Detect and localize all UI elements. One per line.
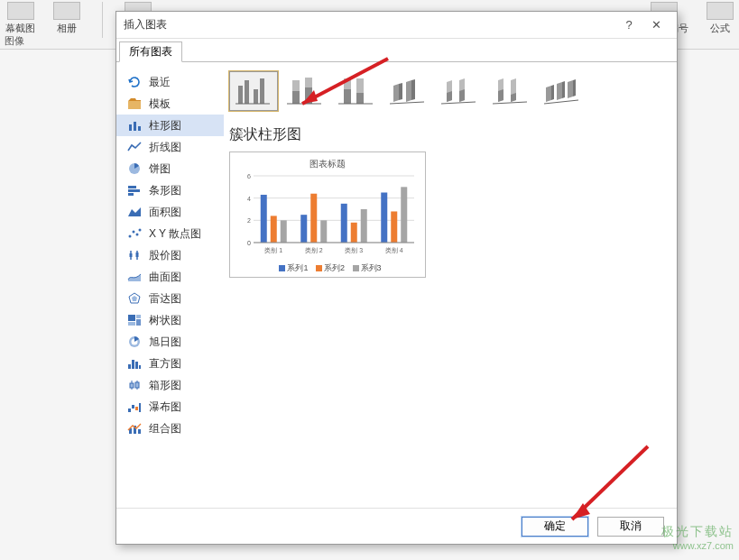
category-stock[interactable]: 股价图 <box>116 244 224 266</box>
category-label: 直方图 <box>149 356 181 372</box>
svg-text:4: 4 <box>247 196 251 202</box>
insert-chart-dialog: 插入图表 ? ✕ 所有图表 最近模板柱形图折线图饼图条形图面积图X Y 散点图股… <box>115 11 678 545</box>
svg-rect-34 <box>139 403 141 412</box>
subtype-3d-100-stacked-column[interactable] <box>486 71 535 111</box>
svg-rect-26 <box>139 365 141 369</box>
subtype-3d-clustered-column[interactable] <box>383 71 432 111</box>
category-column[interactable]: 柱形图 <box>116 115 224 136</box>
line-icon <box>127 141 142 153</box>
svg-rect-83 <box>261 195 267 243</box>
category-label: 瀑布图 <box>149 399 181 415</box>
category-label: 条形图 <box>149 183 181 198</box>
dialog-footer: 确定 取消 <box>116 508 677 544</box>
combo-icon <box>127 422 142 435</box>
category-hist[interactable]: 直方图 <box>116 353 224 374</box>
pie-icon <box>127 162 142 175</box>
close-button[interactable]: ✕ <box>642 14 670 36</box>
category-combo[interactable]: 组合图 <box>116 418 224 439</box>
svg-rect-40 <box>254 89 258 104</box>
svg-rect-4 <box>128 186 136 188</box>
svg-rect-91 <box>341 204 347 243</box>
treemap-icon <box>127 314 142 326</box>
template-icon <box>127 97 142 110</box>
category-template[interactable]: 模板 <box>116 93 224 115</box>
sunburst-icon <box>127 335 142 348</box>
dialog-tab-strip: 所有图表 <box>116 41 677 61</box>
svg-marker-54 <box>399 83 402 100</box>
subtype-100-stacked-column[interactable] <box>332 71 381 111</box>
chart-preview-title: 图表标题 <box>236 158 420 170</box>
ribbon-formula[interactable]: 公式 <box>707 2 734 35</box>
chart-preview-plot: 0246类别 1类别 2类别 3类别 4 <box>236 174 416 255</box>
chart-subtype-row <box>229 71 666 111</box>
svg-text:类别 4: 类别 4 <box>385 247 403 253</box>
svg-rect-0 <box>129 124 132 131</box>
waterfall-icon <box>127 400 142 413</box>
radar-icon <box>127 292 142 305</box>
xy-icon <box>127 227 142 240</box>
svg-rect-5 <box>128 189 140 192</box>
chart-subtype-title: 簇状柱形图 <box>229 125 666 144</box>
category-surface[interactable]: 曲面图 <box>116 266 224 288</box>
svg-rect-95 <box>381 193 387 243</box>
category-label: 面积图 <box>149 205 181 220</box>
chart-category-list: 最近模板柱形图折线图饼图条形图面积图X Y 散点图股价图曲面图雷达图树状图旭日图… <box>116 62 224 508</box>
surface-icon <box>127 271 142 283</box>
category-treemap[interactable]: 树状图 <box>116 309 224 331</box>
category-bar[interactable]: 条形图 <box>116 179 224 201</box>
category-recent[interactable]: 最近 <box>116 71 224 93</box>
svg-text:0: 0 <box>247 240 251 246</box>
ribbon-screenshot[interactable]: 幕截图 <box>5 2 35 35</box>
svg-text:2: 2 <box>247 217 251 224</box>
category-xy[interactable]: X Y 散点图 <box>116 223 224 244</box>
tab-all-charts[interactable]: 所有图表 <box>119 41 182 62</box>
chart-right-panel: 簇状柱形图 图表标题 0246类别 1类别 2类别 3类别 4 系列1 系列2 … <box>224 62 677 508</box>
svg-marker-16 <box>132 296 137 301</box>
svg-rect-17 <box>128 315 135 321</box>
svg-rect-31 <box>128 409 131 412</box>
svg-marker-68 <box>546 86 551 102</box>
help-button[interactable]: ? <box>615 14 642 36</box>
svg-rect-88 <box>310 194 317 243</box>
svg-marker-56 <box>411 79 415 100</box>
subtype-clustered-column[interactable] <box>229 71 278 111</box>
category-area[interactable]: 面积图 <box>116 201 224 223</box>
svg-rect-51 <box>356 93 364 104</box>
category-label: 最近 <box>149 75 171 90</box>
category-label: 柱形图 <box>149 118 181 133</box>
ribbon-album[interactable]: 相册 <box>53 2 80 35</box>
stock-icon <box>127 249 142 262</box>
bar-icon <box>127 184 142 197</box>
svg-rect-30 <box>135 382 139 388</box>
subtype-3d-column[interactable] <box>538 71 587 111</box>
category-label: X Y 散点图 <box>149 226 201 242</box>
watermark: 极光下载站 www.xz7.com <box>661 524 734 551</box>
svg-rect-6 <box>128 193 134 196</box>
cancel-button[interactable]: 取消 <box>597 517 664 537</box>
column-icon <box>127 119 142 132</box>
category-box[interactable]: 箱形图 <box>116 374 224 396</box>
svg-text:6: 6 <box>247 174 251 179</box>
category-radar[interactable]: 雷达图 <box>116 288 224 309</box>
svg-marker-73 <box>573 79 576 96</box>
svg-rect-23 <box>128 364 131 369</box>
subtype-3d-stacked-column[interactable] <box>435 71 484 111</box>
svg-text:类别 2: 类别 2 <box>305 247 323 253</box>
svg-rect-12 <box>130 253 133 257</box>
svg-rect-84 <box>271 216 277 243</box>
chart-preview[interactable]: 图表标题 0246类别 1类别 2类别 3类别 4 系列1 系列2 系列3 <box>229 151 426 278</box>
subtype-stacked-column[interactable] <box>281 71 329 111</box>
category-label: 组合图 <box>149 421 181 436</box>
box-icon <box>127 379 142 391</box>
category-sunburst[interactable]: 旭日图 <box>116 331 224 353</box>
svg-rect-28 <box>130 383 134 388</box>
svg-rect-85 <box>281 220 287 243</box>
category-waterfall[interactable]: 瀑布图 <box>116 396 224 418</box>
ok-button[interactable]: 确定 <box>522 517 588 537</box>
svg-point-7 <box>129 235 132 238</box>
svg-rect-87 <box>300 215 307 243</box>
category-pie[interactable]: 饼图 <box>116 158 224 179</box>
svg-rect-46 <box>305 87 312 104</box>
svg-rect-24 <box>132 360 134 369</box>
category-line[interactable]: 折线图 <box>116 136 224 158</box>
